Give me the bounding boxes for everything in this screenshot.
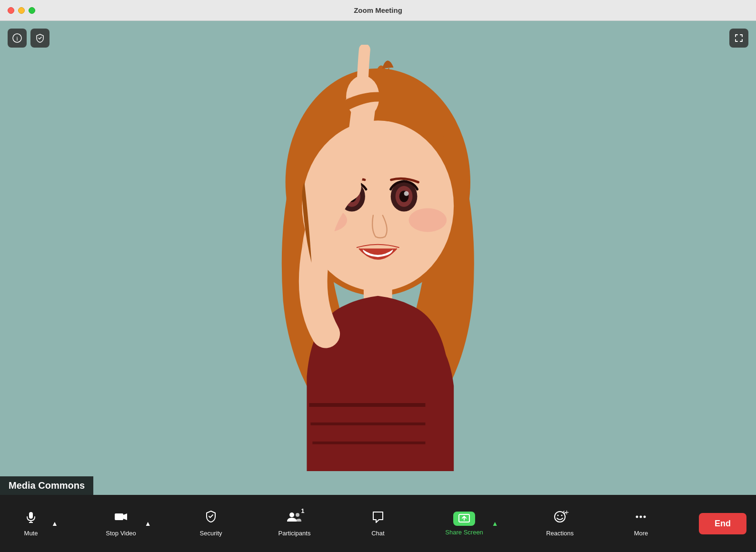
mic-icon — [24, 510, 38, 527]
share-screen-label: Share Screen — [445, 529, 483, 536]
svg-point-20 — [289, 513, 294, 517]
traffic-lights — [8, 7, 35, 14]
end-button[interactable]: End — [699, 513, 746, 534]
mute-label: Mute — [24, 530, 38, 537]
participant-name-tag: Media Commons — [0, 476, 93, 495]
svg-point-23 — [555, 512, 565, 522]
window-title: Zoom Meeting — [354, 6, 402, 14]
close-button[interactable] — [8, 7, 14, 14]
svg-rect-16 — [29, 512, 33, 519]
share-screen-group: Share Screen ▲ — [436, 508, 500, 540]
share-screen-button[interactable]: Share Screen — [436, 508, 493, 540]
reactions-icon: + — [553, 510, 567, 527]
mute-button[interactable]: Mute — [10, 506, 52, 541]
security-button[interactable]: Security — [189, 506, 232, 541]
camera-icon — [114, 510, 128, 527]
reactions-label: Reactions — [546, 530, 574, 537]
maximize-button[interactable] — [29, 7, 35, 14]
stop-video-group: Stop Video ▲ — [96, 506, 153, 541]
chat-label: Chat — [371, 530, 384, 537]
avatar — [236, 45, 520, 471]
more-icon — [634, 510, 647, 527]
security-label: Security — [200, 530, 222, 537]
svg-point-28 — [644, 516, 646, 518]
svg-point-13 — [404, 191, 409, 196]
svg-point-5 — [409, 208, 447, 232]
minimize-button[interactable] — [18, 7, 25, 14]
mute-caret[interactable]: ▲ — [50, 520, 60, 527]
toolbar: Mute ▲ Stop Video ▲ Security — [0, 495, 756, 552]
mute-group: Mute ▲ — [10, 506, 60, 541]
svg-rect-19 — [115, 513, 123, 520]
stop-video-label: Stop Video — [106, 530, 136, 537]
participants-button[interactable]: 1 Participants — [269, 506, 320, 541]
share-screen-icon — [453, 512, 475, 526]
svg-point-27 — [640, 516, 642, 518]
security-icon — [205, 510, 217, 527]
stop-video-button[interactable]: Stop Video — [96, 506, 145, 541]
svg-point-24 — [557, 515, 559, 516]
more-label: More — [634, 530, 648, 537]
chat-icon — [371, 510, 385, 527]
participants-count: 1 — [301, 507, 304, 514]
reactions-button[interactable]: + Reactions — [537, 506, 583, 541]
participants-icon: 1 — [286, 510, 302, 527]
title-bar: Zoom Meeting — [0, 0, 756, 21]
stop-video-caret[interactable]: ▲ — [143, 520, 153, 527]
chat-button[interactable]: Chat — [357, 506, 399, 541]
participants-label: Participants — [279, 530, 311, 537]
svg-point-25 — [561, 515, 563, 516]
share-screen-caret[interactable]: ▲ — [490, 520, 500, 527]
svg-point-26 — [636, 516, 638, 518]
svg-point-21 — [296, 513, 299, 517]
avatar-container — [0, 21, 756, 495]
more-button[interactable]: More — [619, 506, 662, 541]
video-area: i — [0, 21, 756, 495]
